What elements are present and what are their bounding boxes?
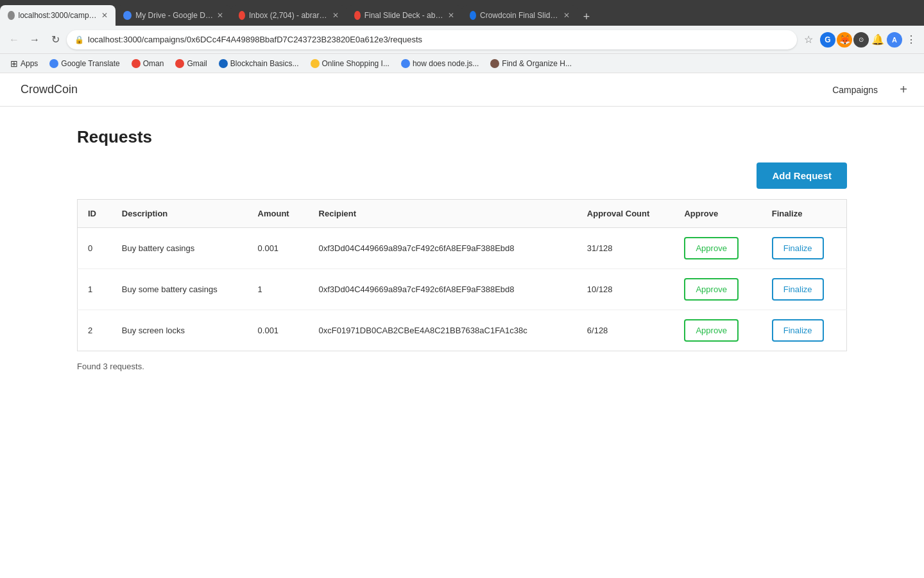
approve-button-1[interactable]: Approve: [684, 278, 738, 301]
finalize-button-2[interactable]: Finalize: [772, 319, 824, 342]
bookmark-oman[interactable]: Oman: [126, 58, 169, 69]
bookmark-shopping[interactable]: Online Shopping I...: [305, 58, 395, 69]
table-header-row: ID Description Amount Recipient Approval…: [78, 200, 847, 228]
plus-button[interactable]: +: [893, 80, 914, 100]
bookmark-button[interactable]: ☆: [800, 31, 817, 49]
bookmark-gmail[interactable]: Gmail: [170, 58, 212, 69]
bookmark-apps[interactable]: ⊞ Apps: [5, 57, 43, 70]
main-content: Requests Add Request ID Description Amou…: [0, 107, 924, 392]
col-header-id: ID: [78, 200, 112, 228]
extension-icon-2[interactable]: 🦊: [837, 32, 852, 48]
extension-icon-3[interactable]: ⊙: [853, 32, 869, 48]
cell-finalize-2: Finalize: [762, 310, 847, 351]
col-header-approve: Approve: [674, 200, 761, 228]
col-header-amount: Amount: [248, 200, 309, 228]
bookmark-gmail-label: Gmail: [187, 59, 207, 68]
tab-active[interactable]: localhost:3000/campaigns/0x... ✕: [0, 5, 116, 26]
bookmark-blockchain[interactable]: Blockchain Basics...: [214, 58, 304, 69]
col-header-recipient: Recipient: [309, 200, 577, 228]
tab-favicon-3: [239, 11, 245, 20]
page-content: CrowdCoin Campaigns + Requests Add Reque…: [0, 73, 924, 578]
cell-recipient-2: 0xcF01971DB0CAB2CBeE4A8C21BB7638aC1FA1c3…: [309, 310, 577, 351]
cell-description-0: Buy battery casings: [112, 228, 248, 269]
address-input[interactable]: [88, 35, 789, 44]
brand-name: CrowdCoin: [10, 78, 88, 101]
col-header-approval-count: Approval Count: [577, 200, 674, 228]
tab-close-5[interactable]: ✕: [563, 11, 570, 20]
nav-bar: ← → ↻ 🔒 ☆ G 🦊 ⊙ 🔔 A ⋮: [0, 26, 924, 54]
extension-icon-1[interactable]: G: [820, 32, 835, 48]
tab-close-4[interactable]: ✕: [448, 11, 454, 20]
notifications-icon[interactable]: 🔔: [870, 32, 886, 48]
tab-favicon-4: [354, 11, 361, 20]
bookmark-find-organize-label: Find & Organize H...: [502, 59, 572, 68]
cell-id-2: 2: [78, 310, 112, 351]
tab-title-1: localhost:3000/campaigns/0x...: [19, 11, 98, 20]
cell-recipient-1: 0xf3Dd04C449669a89a7cF492c6fA8EF9aF388Eb…: [309, 269, 577, 310]
address-bar[interactable]: 🔒: [67, 30, 797, 49]
found-requests-text: Found 3 requests.: [77, 362, 847, 371]
tab-title-3: Inbox (2,704) - abrarsd2k@gm...: [249, 11, 329, 20]
tab-favicon-2: [123, 11, 132, 20]
bookmark-shopping-label: Online Shopping I...: [322, 59, 389, 68]
bookmark-blockchain-label: Blockchain Basics...: [230, 59, 299, 68]
cell-approval-count-2: 6/128: [577, 310, 674, 351]
campaigns-nav-link[interactable]: Campaigns: [822, 80, 888, 100]
bookmark-nodejs[interactable]: how does node.js...: [396, 58, 484, 69]
tab-close-1[interactable]: ✕: [101, 11, 108, 20]
tab-title-5: Crowdcoin Final Slide Deck - P...: [480, 11, 560, 20]
bookmark-nodejs-label: how does node.js...: [413, 59, 479, 68]
cell-approve-0: Approve: [674, 228, 761, 269]
requests-table: ID Description Amount Recipient Approval…: [77, 199, 847, 351]
app-header: CrowdCoin Campaigns +: [0, 73, 924, 107]
browser-chrome: localhost:3000/campaigns/0x... ✕ My Driv…: [0, 0, 924, 73]
browser-extension-icons: G 🦊 ⊙ 🔔 A ⋮: [820, 32, 919, 48]
cell-amount-2: 0.001: [248, 310, 309, 351]
page-title: Requests: [77, 127, 847, 147]
finalize-button-0[interactable]: Finalize: [772, 237, 824, 259]
table-row: 1 Buy some battery casings 1 0xf3Dd04C44…: [78, 269, 847, 310]
reload-button[interactable]: ↻: [46, 31, 64, 49]
google-translate-favicon: [49, 59, 58, 68]
tab-title-4: Final Slide Deck - abrar_syed@...: [364, 11, 444, 20]
shopping-favicon: [311, 59, 320, 68]
col-header-finalize: Finalize: [762, 200, 847, 228]
menu-button[interactable]: ⋮: [903, 32, 919, 48]
bookmark-translate-label: Google Translate: [61, 59, 119, 68]
cell-description-1: Buy some battery casings: [112, 269, 248, 310]
tab-close-3[interactable]: ✕: [332, 11, 339, 20]
cell-amount-0: 0.001: [248, 228, 309, 269]
cell-recipient-0: 0xf3Dd04C449669a89a7cF492c6fA8EF9aF388Eb…: [309, 228, 577, 269]
blockchain-favicon: [219, 59, 228, 68]
col-header-description: Description: [112, 200, 248, 228]
cell-finalize-1: Finalize: [762, 269, 847, 310]
nodejs-favicon: [401, 59, 410, 68]
add-request-area: Add Request: [77, 162, 847, 189]
add-request-button[interactable]: Add Request: [757, 162, 847, 189]
profile-avatar[interactable]: A: [887, 32, 902, 48]
cell-approval-count-0: 31/128: [577, 228, 674, 269]
bookmark-google-translate[interactable]: Google Translate: [44, 58, 124, 69]
tab-favicon-1: [8, 11, 15, 20]
back-button[interactable]: ←: [5, 31, 23, 49]
bookmark-apps-label: Apps: [21, 59, 38, 68]
cell-amount-1: 1: [248, 269, 309, 310]
apps-grid-icon: ⊞: [10, 58, 18, 69]
cell-id-0: 0: [78, 228, 112, 269]
bookmark-find-organize[interactable]: Find & Organize H...: [485, 58, 577, 69]
finalize-button-1[interactable]: Finalize: [772, 278, 824, 301]
find-organize-favicon: [490, 59, 499, 68]
tab-close-2[interactable]: ✕: [217, 11, 223, 20]
tab-4[interactable]: Final Slide Deck - abrar_syed@... ✕: [346, 5, 462, 26]
tab-3[interactable]: Inbox (2,704) - abrarsd2k@gm... ✕: [231, 5, 346, 26]
approve-button-2[interactable]: Approve: [684, 319, 738, 342]
tab-5[interactable]: Crowdcoin Final Slide Deck - P... ✕: [462, 5, 578, 26]
forward-button[interactable]: →: [26, 31, 44, 49]
tab-2[interactable]: My Drive - Google Drive ✕: [116, 5, 231, 26]
approve-button-0[interactable]: Approve: [684, 237, 738, 259]
tab-bar: localhost:3000/campaigns/0x... ✕ My Driv…: [0, 0, 924, 26]
new-tab-button[interactable]: +: [578, 8, 595, 26]
tab-favicon-5: [470, 11, 476, 20]
bookmark-oman-label: Oman: [143, 59, 164, 68]
bookmarks-bar: ⊞ Apps Google Translate Oman Gmail Block…: [0, 54, 924, 73]
